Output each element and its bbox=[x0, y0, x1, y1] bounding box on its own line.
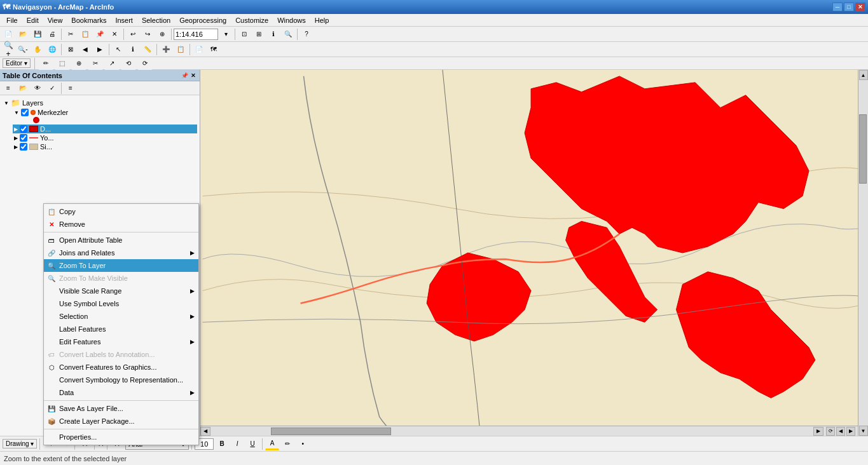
toc-merkezler-check[interactable] bbox=[21, 109, 29, 116]
toc-list-by-vis[interactable]: 👁 bbox=[31, 82, 45, 95]
edit-tool5[interactable]: ↗ bbox=[105, 57, 119, 70]
redo-btn[interactable]: ↪ bbox=[141, 28, 155, 41]
toc-si-check[interactable] bbox=[20, 143, 27, 151]
full-extent[interactable]: ⊠ bbox=[64, 43, 78, 56]
identify[interactable]: ℹ bbox=[266, 28, 280, 41]
save-btn[interactable]: 💾 bbox=[31, 28, 45, 41]
zoom-in-btn[interactable]: 🔍+ bbox=[1, 43, 15, 56]
toc-pin-btn[interactable]: 📌 bbox=[181, 72, 188, 79]
map-nav-btn2[interactable]: ◀ bbox=[836, 427, 845, 436]
menu-file[interactable]: File bbox=[3, 15, 22, 25]
italic-btn[interactable]: I bbox=[230, 438, 244, 450]
toc-expand-si[interactable]: ▶ bbox=[14, 144, 18, 150]
toc-expand-yo[interactable]: ▶ bbox=[14, 135, 18, 141]
ctx-save-layer[interactable]: 💾 Save As Layer File... bbox=[44, 402, 198, 415]
toc-options[interactable]: ≡ bbox=[64, 82, 78, 95]
scroll-up-btn[interactable]: ▲ bbox=[859, 70, 868, 80]
minimize-button[interactable]: ─ bbox=[832, 3, 843, 11]
scroll-left-btn[interactable]: ◀ bbox=[200, 427, 210, 436]
line-color-btn[interactable]: ✏ bbox=[280, 438, 294, 450]
toc-list-by-source[interactable]: 📂 bbox=[16, 82, 30, 95]
title-controls[interactable]: ─ □ ✕ bbox=[832, 3, 865, 11]
layout-view[interactable]: 📄 bbox=[192, 43, 206, 56]
menu-help[interactable]: Help bbox=[311, 15, 333, 25]
toc-layers-root[interactable]: ▼ 📁 Layers bbox=[3, 98, 197, 108]
toc-controls[interactable]: 📌 ✕ bbox=[181, 72, 197, 79]
toc-yo-item[interactable]: ▶ Yo... bbox=[13, 133, 197, 142]
ctx-open-attr[interactable]: 🗃 Open Attribute Table bbox=[44, 234, 198, 246]
edit-tool4[interactable]: ✂ bbox=[88, 57, 102, 70]
nav-btn[interactable]: ⊕ bbox=[155, 28, 169, 41]
ctx-data[interactable]: Data ▶ bbox=[44, 386, 198, 399]
ctx-copy[interactable]: 📋 Copy bbox=[44, 205, 198, 218]
edit-tool3[interactable]: ⊕ bbox=[72, 57, 86, 70]
menu-view[interactable]: View bbox=[44, 15, 67, 25]
select-element[interactable]: ℹ bbox=[126, 43, 140, 56]
toc-d-item[interactable]: ▶ D... bbox=[13, 125, 197, 133]
ctx-create-package[interactable]: 📦 Create Layer Package... bbox=[44, 415, 198, 428]
ctx-edit-features[interactable]: Edit Features ▶ bbox=[44, 335, 198, 348]
cut-btn[interactable]: ✂ bbox=[64, 28, 78, 41]
help-btn[interactable]: ? bbox=[300, 28, 313, 41]
zoom-out-btn[interactable]: 🔍- bbox=[16, 43, 30, 56]
print-btn[interactable]: 🖨 bbox=[45, 28, 59, 41]
edit-tool7[interactable]: ⟳ bbox=[138, 57, 152, 70]
ctx-joins[interactable]: 🔗 Joins and Relates ▶ bbox=[44, 246, 198, 259]
menu-windows[interactable]: Windows bbox=[273, 15, 310, 25]
open-btn[interactable]: 📂 bbox=[16, 28, 30, 41]
ctx-selection[interactable]: Selection ▶ bbox=[44, 310, 198, 323]
toc-merkezler-item[interactable]: ▼ Merkezler bbox=[13, 108, 197, 117]
map-scrollbar-v[interactable]: ▲ ▼ bbox=[858, 70, 868, 436]
prev-extent[interactable]: ◀ bbox=[78, 43, 92, 56]
ctx-convert-graphics[interactable]: ⬡ Convert Features to Graphics... bbox=[44, 361, 198, 374]
pan-btn[interactable]: ✋ bbox=[31, 43, 45, 56]
scroll-right-btn[interactable]: ▶ bbox=[813, 427, 823, 436]
scroll-thumb-v[interactable] bbox=[859, 114, 867, 184]
zoom-select[interactable]: ⊞ bbox=[252, 28, 266, 41]
data-view[interactable]: 🗺 bbox=[207, 43, 221, 56]
toc-expand-d[interactable]: ▶ bbox=[14, 126, 18, 132]
toc-expand-layers[interactable]: ▼ bbox=[4, 100, 9, 106]
map-nav-btn1[interactable]: ⟳ bbox=[826, 427, 835, 436]
map-area[interactable]: ▲ ▼ ◀ ▶ ⟳ ◀ ▶ bbox=[200, 70, 868, 436]
menu-geoprocessing[interactable]: Geoprocessing bbox=[176, 15, 230, 25]
toc-close-btn[interactable]: ✕ bbox=[189, 72, 197, 79]
layer-btn[interactable]: 📋 bbox=[174, 43, 188, 56]
menu-edit[interactable]: Edit bbox=[23, 15, 43, 25]
edit-tool6[interactable]: ⟲ bbox=[121, 57, 135, 70]
ctx-remove[interactable]: ✕ Remove bbox=[44, 218, 198, 231]
menu-bookmarks[interactable]: Bookmarks bbox=[67, 15, 110, 25]
editor-dropdown[interactable]: Editor ▾ bbox=[3, 58, 31, 68]
toc-d-check[interactable] bbox=[20, 125, 27, 133]
scale-input[interactable] bbox=[174, 29, 218, 40]
paste-btn[interactable]: 📌 bbox=[93, 28, 107, 41]
menu-customize[interactable]: Customize bbox=[231, 15, 272, 25]
drawing-dropdown[interactable]: Drawing ▾ bbox=[3, 439, 37, 448]
find-btn[interactable]: 🔍 bbox=[281, 28, 295, 41]
toc-list-by-sel[interactable]: ✓ bbox=[45, 82, 59, 95]
ctx-convert-symbology[interactable]: Convert Symbology to Representation... bbox=[44, 374, 198, 386]
edit-tool2[interactable]: ⬚ bbox=[55, 57, 69, 70]
marker-btn[interactable]: • bbox=[296, 438, 310, 450]
scroll-down-btn[interactable]: ▼ bbox=[859, 426, 868, 436]
close-button[interactable]: ✕ bbox=[855, 3, 865, 11]
ctx-zoom-layer[interactable]: 🔍 Zoom To Layer bbox=[44, 259, 198, 272]
add-data[interactable]: ➕ bbox=[159, 43, 173, 56]
menu-insert[interactable]: Insert bbox=[111, 15, 137, 25]
edit-tool1[interactable]: ✏ bbox=[39, 57, 53, 70]
globe-btn[interactable]: 🌐 bbox=[45, 43, 59, 56]
scale-dropdown[interactable]: ▾ bbox=[219, 28, 233, 41]
toc-expand-merkezler[interactable]: ▼ bbox=[14, 110, 19, 116]
map-scrollbar-h[interactable]: ◀ ▶ ⟳ ◀ ▶ bbox=[200, 426, 858, 436]
zoom-full[interactable]: ⊡ bbox=[237, 28, 251, 41]
underline-btn[interactable]: U bbox=[245, 438, 259, 450]
fill-color-btn[interactable]: A bbox=[265, 438, 279, 450]
ctx-symbol-levels[interactable]: Use Symbol Levels bbox=[44, 297, 198, 310]
menu-selection[interactable]: Selection bbox=[138, 15, 174, 25]
map-nav-btn3[interactable]: ▶ bbox=[846, 427, 855, 436]
ctx-properties[interactable]: Properties... bbox=[44, 431, 198, 443]
delete-btn[interactable]: ✕ bbox=[107, 28, 121, 41]
select-btn[interactable]: ↖ bbox=[111, 43, 125, 56]
scroll-thumb-h[interactable] bbox=[271, 428, 392, 435]
maximize-button[interactable]: □ bbox=[844, 3, 854, 11]
